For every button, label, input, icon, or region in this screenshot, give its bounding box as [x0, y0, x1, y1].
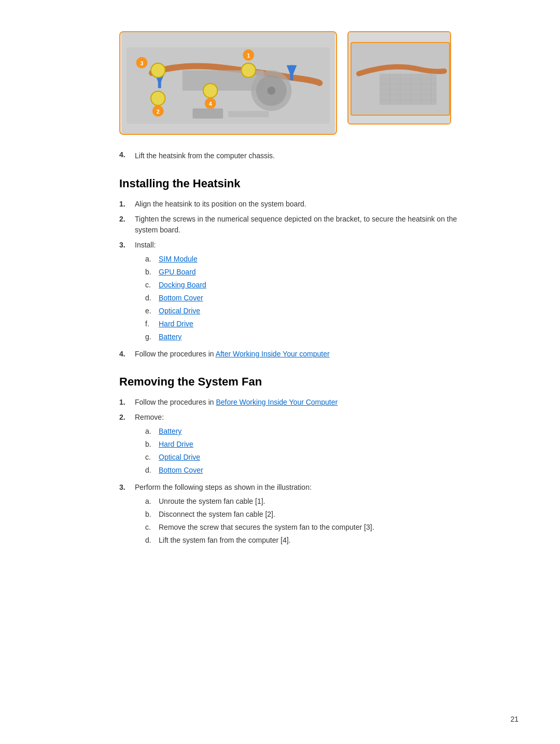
bottom-cover-link-remove[interactable]: Bottom Cover: [159, 465, 203, 476]
step-lift-heatsink: 4. Lift the heatsink from the computer c…: [119, 150, 472, 161]
install-item-a: a. SIM Module: [145, 254, 206, 265]
install-step-4-text: Follow the procedures in After Working I…: [135, 349, 330, 360]
perform-item-c-text: Remove the screw that secures the system…: [159, 522, 374, 533]
install-item-e: e. Optical Drive: [145, 306, 206, 316]
removing-steps-list: 1. Follow the procedures in Before Worki…: [119, 397, 472, 548]
remove-step-3: 3. Perform the following steps as shown …: [119, 482, 472, 548]
remove-step-2-number: 2.: [119, 412, 129, 478]
install-step-2-text: Tighten the screws in the numerical sequ…: [135, 214, 472, 236]
svg-text:4: 4: [209, 101, 212, 107]
hard-drive-link-install[interactable]: Hard Drive: [159, 319, 193, 329]
perform-item-a-text: Unroute the system fan cable [1].: [159, 496, 265, 507]
remove-item-d-label: d.: [145, 465, 155, 476]
remove-step-3-number: 3.: [119, 482, 129, 548]
perform-item-b: b. Disconnect the system fan cable [2].: [145, 509, 374, 520]
remove-item-b-label: b.: [145, 439, 155, 450]
bottom-cover-link-install[interactable]: Bottom Cover: [159, 293, 203, 304]
install-item-c-label: c.: [145, 280, 155, 291]
optical-drive-link-install[interactable]: Optical Drive: [159, 306, 200, 316]
docking-board-link[interactable]: Docking Board: [159, 280, 206, 291]
install-item-c: c. Docking Board: [145, 280, 206, 291]
install-step-2-number: 2.: [119, 214, 129, 236]
install-step-4: 4. Follow the procedures in After Workin…: [119, 349, 472, 360]
install-step-2: 2. Tighten the screws in the numerical s…: [119, 214, 472, 236]
remove-step-1-text: Follow the procedures in Before Working …: [135, 397, 338, 408]
install-step-1: 1. Align the heatsink to its position on…: [119, 199, 472, 210]
install-item-b-label: b.: [145, 267, 155, 278]
svg-text:1: 1: [247, 52, 250, 59]
svg-text:3: 3: [140, 60, 143, 66]
install-item-g-label: g.: [145, 332, 155, 342]
svg-point-11: [151, 91, 165, 105]
sim-module-link[interactable]: SIM Module: [159, 254, 198, 265]
install-step-4-number: 4.: [119, 349, 129, 360]
perform-item-d-text: Lift the system fan from the computer [4…: [159, 535, 290, 546]
install-step-3: 3. Install: a. SIM Module b. GPU Board c…: [119, 240, 472, 345]
install-item-f-label: f.: [145, 319, 155, 329]
install-item-g: g. Battery: [145, 332, 206, 342]
after-working-link[interactable]: After Working Inside Your computer: [216, 350, 330, 358]
remove-item-a: a. Battery: [145, 426, 203, 437]
remove-step-1: 1. Follow the procedures in Before Worki…: [119, 397, 472, 408]
heatsink-images: 1 2 3 4: [119, 31, 472, 135]
perform-item-c-label: c.: [145, 522, 155, 533]
install-item-a-label: a.: [145, 254, 155, 265]
perform-item-c: c. Remove the screw that secures the sys…: [145, 522, 374, 533]
install-items-list: a. SIM Module b. GPU Board c. Docking Bo…: [135, 254, 206, 342]
install-step-1-number: 1.: [119, 199, 129, 210]
remove-step-3-text: Perform the following steps as shown in …: [135, 483, 312, 491]
heatsink-main-diagram: 1 2 3 4: [119, 31, 337, 135]
remove-item-c-label: c.: [145, 452, 155, 463]
step-text-lift: Lift the heatsink from the computer chas…: [135, 150, 472, 161]
remove-item-c: c. Optical Drive: [145, 452, 203, 463]
remove-step-1-number: 1.: [119, 397, 129, 408]
svg-rect-9: [290, 65, 293, 80]
install-item-f: f. Hard Drive: [145, 319, 206, 329]
perform-item-b-text: Disconnect the system fan cable [2].: [159, 509, 275, 520]
optical-drive-link-remove[interactable]: Optical Drive: [159, 452, 200, 463]
perform-items-list: a. Unroute the system fan cable [1]. b. …: [135, 496, 374, 546]
battery-link-install[interactable]: Battery: [159, 332, 181, 342]
installing-steps-list: 1. Align the heatsink to its position on…: [119, 199, 472, 360]
before-working-link[interactable]: Before Working Inside Your Computer: [216, 398, 338, 406]
svg-point-10: [151, 63, 165, 77]
svg-point-12: [203, 84, 217, 98]
step-number-4: 4.: [119, 150, 130, 161]
svg-point-13: [241, 63, 255, 77]
perform-item-a-label: a.: [145, 496, 155, 507]
installing-heatsink-title: Installing the Heatsink: [119, 177, 472, 190]
hard-drive-link-remove[interactable]: Hard Drive: [159, 439, 193, 450]
install-step-3-text: Install:: [135, 241, 156, 249]
remove-step-2: 2. Remove: a. Battery b. Hard Drive c. O…: [119, 412, 472, 478]
install-item-e-label: e.: [145, 306, 155, 316]
install-step-3-number: 3.: [119, 240, 129, 345]
install-item-d: d. Bottom Cover: [145, 293, 206, 304]
install-step-1-text: Align the heatsink to its position on th…: [135, 199, 306, 210]
removing-system-fan-title: Removing the System Fan: [119, 375, 472, 389]
page-number: 21: [510, 715, 519, 723]
svg-point-5: [267, 87, 275, 95]
remove-items-list: a. Battery b. Hard Drive c. Optical Driv…: [135, 426, 203, 476]
gpu-board-link[interactable]: GPU Board: [159, 267, 196, 278]
svg-rect-22: [192, 108, 223, 119]
remove-item-a-label: a.: [145, 426, 155, 437]
remove-item-d: d. Bottom Cover: [145, 465, 203, 476]
remove-item-b: b. Hard Drive: [145, 439, 203, 450]
battery-link-remove[interactable]: Battery: [159, 426, 181, 437]
remove-step-2-text: Remove:: [135, 413, 164, 421]
svg-rect-23: [228, 111, 269, 117]
install-item-d-label: d.: [145, 293, 155, 304]
perform-item-a: a. Unroute the system fan cable [1].: [145, 496, 374, 507]
perform-item-d-label: d.: [145, 535, 155, 546]
install-item-b: b. GPU Board: [145, 267, 206, 278]
svg-text:2: 2: [157, 108, 160, 115]
perform-item-d: d. Lift the system fan from the computer…: [145, 535, 374, 546]
perform-item-b-label: b.: [145, 509, 155, 520]
heatsink-side-diagram: [347, 31, 451, 125]
